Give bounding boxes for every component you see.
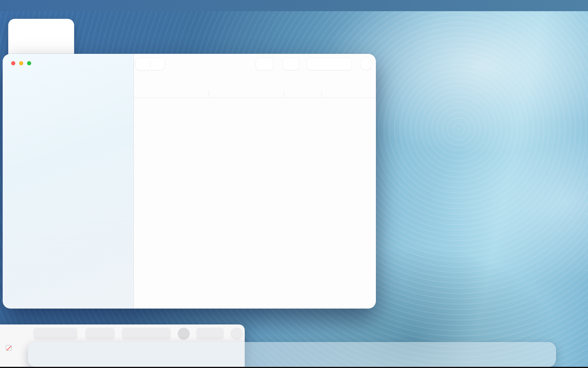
markup-search-button[interactable]	[230, 328, 243, 340]
dock	[28, 342, 556, 367]
info-share-group	[196, 328, 224, 340]
markup-pen-menu	[85, 328, 115, 340]
view-mode-button[interactable]	[256, 58, 273, 70]
screen-bottom-edge	[0, 367, 588, 368]
nav-buttons	[136, 58, 164, 70]
close-button[interactable]	[11, 61, 15, 65]
menu-bar	[0, 0, 588, 11]
group-button[interactable]	[283, 58, 299, 70]
zoom-button[interactable]	[27, 61, 31, 65]
markup-pen-active-button[interactable]	[178, 328, 190, 340]
finder-sidebar	[3, 54, 134, 309]
no-fill-swatch[interactable]	[6, 345, 11, 351]
finder-main-pane	[134, 54, 376, 309]
toolbar-actions	[307, 58, 352, 70]
window-controls	[11, 61, 31, 65]
markup-secondary-row	[1, 345, 16, 351]
search-button[interactable]	[360, 58, 372, 70]
zoom-controls	[33, 328, 77, 340]
markup-tools	[122, 328, 171, 340]
calendar-widget[interactable]	[8, 19, 74, 59]
minimize-button[interactable]	[19, 61, 23, 65]
finder-window	[3, 54, 376, 309]
table-header	[134, 88, 376, 98]
